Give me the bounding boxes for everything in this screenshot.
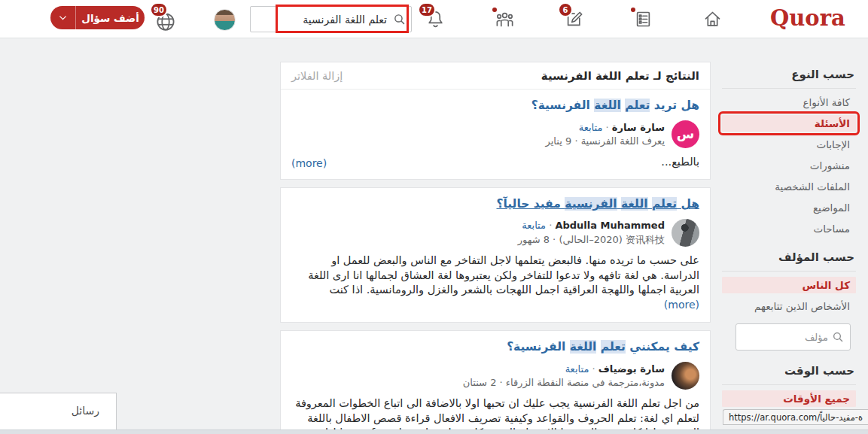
filter-section-title: حسب المؤلف <box>722 250 854 264</box>
filter-option[interactable]: الإجابات <box>722 136 856 153</box>
answer-snippet: من اجل تعلم اللغة الفرنسية يجب عليك ان ت… <box>291 396 699 434</box>
notification-dot <box>629 6 637 14</box>
filter-option[interactable]: كل الناس <box>722 277 856 293</box>
search-results-panel: النتائج لـ تعلم اللغة الفرنسية إزالة الف… <box>280 62 711 434</box>
author-credential: 资讯科技 (2020–الحالي) · 8 شهور <box>518 233 665 247</box>
home-nav-button[interactable] <box>702 9 723 30</box>
filter-section: حسب المؤلفكل الناسالأشخاص الذين تتابعهم <box>722 250 856 351</box>
answer-snippet-row: بالطبع...(more) <box>291 155 699 170</box>
title-text: الفرنسية؟ <box>507 340 570 354</box>
title-text: كيف يمكنني <box>626 340 699 354</box>
filter-option-annotated[interactable]: الأسئلة <box>722 115 856 132</box>
author-name[interactable]: Abdulla Muhammed <box>555 220 665 231</box>
title-text: هل <box>677 197 699 211</box>
messages-tab-label: رسائل <box>72 405 99 417</box>
question-title[interactable]: كيف يمكنني تعلم اللغة الفرنسية؟ <box>291 339 699 355</box>
answer-snippet: على حسب ما تريده منها. فالبعض يتعلمها لا… <box>291 253 699 312</box>
filter-option[interactable]: منشورات <box>722 157 856 174</box>
compose-badge: 6 <box>558 2 573 17</box>
title-text: الفرنسية؟ <box>531 99 595 112</box>
follow-link[interactable]: متابعة <box>579 122 603 133</box>
language-globe-button[interactable]: 90 <box>154 11 177 33</box>
filter-section-title: حسب الوقت <box>722 364 854 378</box>
globe-badge: 90 <box>150 2 168 17</box>
search-result: هل تعلم اللغة الفرنسية مفيد حاليآ؟Abdull… <box>280 187 711 323</box>
search-input[interactable] <box>250 6 412 32</box>
messages-tab[interactable]: رسائل <box>0 393 117 429</box>
highlighted-term: اللغة <box>570 340 597 354</box>
divider <box>722 271 856 272</box>
author-row: سارة بوضياف · متابعةمدونة،مترجمة في منصة… <box>291 362 699 390</box>
highlighted-term: تعلم <box>652 197 677 211</box>
answer-snippet-row: من اجل تعلم اللغة الفرنسية يجب عليك ان ت… <box>291 396 699 434</box>
add-question-button[interactable]: أضف سؤال <box>50 6 145 29</box>
title-text: هل تريد <box>650 99 699 112</box>
filter-option[interactable]: جميع الأوقات <box>722 390 856 407</box>
lists-icon <box>633 9 653 29</box>
profile-avatar[interactable] <box>214 9 236 31</box>
filter-option[interactable]: كافة الأنواع <box>722 94 856 111</box>
more-link[interactable]: (more) <box>291 157 327 169</box>
notifications-nav-button[interactable]: 17 <box>425 9 446 30</box>
search-icon <box>832 331 844 343</box>
chevron-down-icon[interactable] <box>50 6 76 29</box>
question-title[interactable]: هل تعلم اللغة الفرنسية مفيد حاليآ؟ <box>291 196 699 212</box>
author-row: سسارة سارة · متابعةيعرف اللغة الفرنسية ·… <box>291 120 699 148</box>
results-title: النتائج لـ تعلم اللغة الفرنسية <box>541 69 699 83</box>
search-result: كيف يمكنني تعلم اللغة الفرنسية؟سارة بوضي… <box>280 330 711 434</box>
results-header: النتائج لـ تعلم اللغة الفرنسية إزالة الف… <box>281 62 710 90</box>
status-url-tooltip: https://ar.quora.com/ة-مفيد-حالياً <box>723 409 868 425</box>
highlighted-term: اللغة <box>621 197 648 211</box>
quora-logo[interactable]: Quora <box>770 5 845 31</box>
author-avatar[interactable] <box>672 219 699 247</box>
answer-snippet: بالطبع... <box>661 155 699 170</box>
author-credential: مدونة،مترجمة في منصة النقطة الزرقاء · 2 … <box>463 377 665 388</box>
groups-icon <box>495 9 515 29</box>
author-avatar[interactable]: س <box>672 120 699 148</box>
top-navbar: Quora 6 17 90 <box>0 0 868 38</box>
notifications-badge: 17 <box>418 2 436 17</box>
home-icon <box>702 9 723 29</box>
filter-option[interactable]: المواضيع <box>722 199 856 216</box>
lists-nav-button[interactable] <box>632 9 653 30</box>
author-credential: يعرف اللغة الفرنسية · 9 يناير <box>546 135 665 147</box>
filter-section: حسب النوعكافة الأنواعالأسئلةالإجاباتمنشو… <box>722 68 856 237</box>
separator: · <box>602 122 611 133</box>
follow-link[interactable]: متابعة <box>522 220 546 231</box>
highlighted-term: تعلم <box>625 99 650 112</box>
highlighted-term: تعلم <box>601 340 626 354</box>
author-search-input[interactable] <box>742 332 828 343</box>
horizontal-scrollbar[interactable] <box>0 429 868 434</box>
filter-option[interactable]: الملفات الشخصية <box>722 178 856 195</box>
filter-section-title: حسب النوع <box>722 68 854 81</box>
more-link[interactable]: (more) <box>664 299 699 311</box>
filters-sidebar: حسب النوعكافة الأنواعالأسئلةالإجاباتمنشو… <box>722 68 856 420</box>
answer-snippet-row: على حسب ما تريده منها. فالبعض يتعلمها لا… <box>291 253 699 312</box>
question-title[interactable]: هل تريد تعلم اللغة الفرنسية؟ <box>291 98 699 114</box>
title-text: مفيد حاليآ؟ <box>496 197 565 211</box>
divider <box>722 88 856 89</box>
title-text <box>596 340 600 354</box>
separator: · <box>546 220 555 231</box>
author-avatar[interactable] <box>672 362 699 390</box>
divider <box>722 384 856 385</box>
filter-section: حسب الوقتجميع الأوقات <box>722 364 856 407</box>
clear-filters-link[interactable]: إزالة الفلاتر <box>291 70 343 82</box>
results-block: النتائج لـ تعلم اللغة الفرنسية إزالة الف… <box>280 62 711 180</box>
separator: · <box>589 363 598 375</box>
follow-link[interactable]: متابعة <box>565 363 589 375</box>
notification-dot <box>491 6 498 14</box>
author-row: Abdulla Muhammed · متابعة资讯科技 (2020–الحا… <box>291 219 699 247</box>
author-name[interactable]: سارة سارة <box>612 122 665 133</box>
page: Quora 6 17 90 <box>0 0 868 434</box>
search-result: هل تريد تعلم اللغة الفرنسية؟سسارة سارة ·… <box>281 90 710 179</box>
highlighted-term: الفرنسية <box>565 197 617 211</box>
groups-nav-button[interactable] <box>494 9 515 30</box>
filter-option[interactable]: مساحات <box>722 220 856 237</box>
compose-nav-button[interactable]: 6 <box>563 9 584 30</box>
highlighted-term: اللغة <box>594 99 621 112</box>
filter-option[interactable]: الأشخاص الذين تتابعهم <box>722 298 856 314</box>
author-name[interactable]: سارة بوضياف <box>598 363 665 375</box>
search-icon <box>393 13 406 29</box>
author-search-box <box>736 323 851 351</box>
